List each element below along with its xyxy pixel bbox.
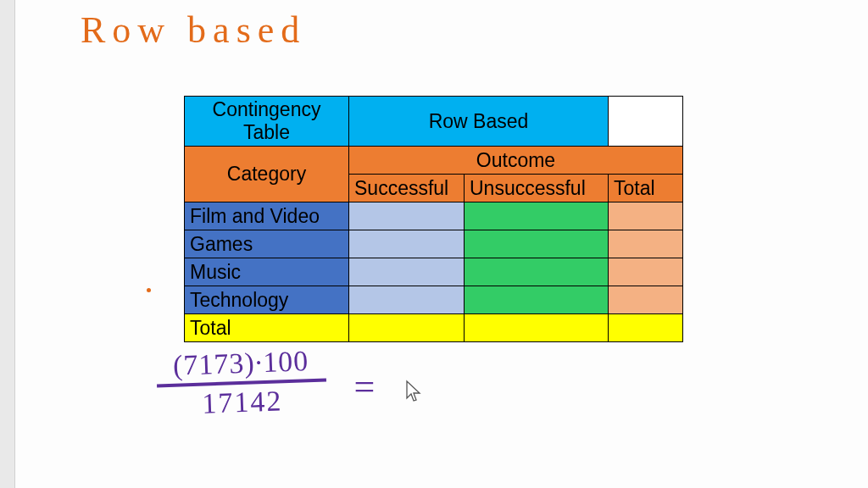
header-contingency: Contingency Table (185, 97, 349, 147)
row-label: Technology (185, 286, 349, 314)
header-category: Category (185, 147, 349, 202)
col-successful: Successful (349, 175, 465, 202)
row-label: Film and Video (185, 202, 349, 230)
cell-unsuccessful (465, 258, 609, 286)
denominator: 17142 (157, 382, 327, 422)
col-unsuccessful: Unsuccessful (465, 175, 609, 202)
row-label: Music (185, 258, 349, 286)
numerator: (7173)·100 (156, 345, 326, 385)
cell-unsuccessful (465, 202, 609, 230)
table-row: Film and Video (185, 202, 683, 230)
cell-total (609, 314, 683, 342)
handwritten-formula: (7173)·100 17142 = (148, 347, 411, 449)
fraction: (7173)·100 17142 (147, 344, 337, 422)
stray-dot (147, 288, 151, 292)
cell-total (609, 202, 683, 230)
cell-successful (349, 314, 465, 342)
cell-unsuccessful (465, 230, 609, 258)
cell-successful (349, 202, 465, 230)
equals-sign: = (354, 365, 376, 408)
cell-successful (349, 230, 465, 258)
header-rowbased: Row Based (349, 97, 609, 147)
cell-total (609, 258, 683, 286)
header-blank (609, 97, 683, 147)
handwritten-title: Row based (81, 8, 306, 52)
page-left-margin (0, 0, 15, 488)
row-label: Games (185, 230, 349, 258)
table-row: Technology (185, 286, 683, 314)
cell-unsuccessful (465, 286, 609, 314)
contingency-table: Contingency Table Row Based Category Out… (184, 96, 683, 342)
cell-successful (349, 258, 465, 286)
table-row: Games (185, 230, 683, 258)
table-row: Music (185, 258, 683, 286)
cell-total (609, 286, 683, 314)
col-total: Total (609, 175, 683, 202)
header-outcome: Outcome (349, 147, 683, 175)
cell-unsuccessful (465, 314, 609, 342)
row-total-label: Total (185, 314, 349, 342)
cell-total (609, 230, 683, 258)
table-total-row: Total (185, 314, 683, 342)
cell-successful (349, 286, 465, 314)
